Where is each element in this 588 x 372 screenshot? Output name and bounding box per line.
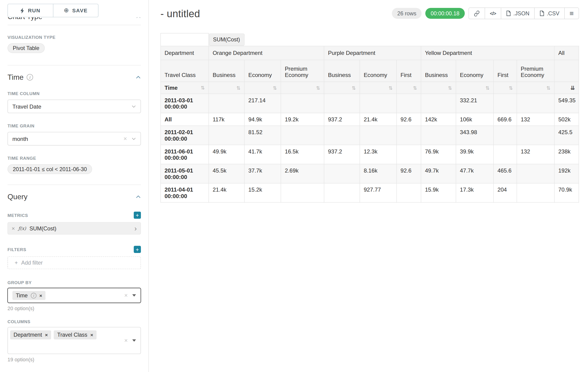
info-icon: i	[31, 293, 36, 298]
pivot-sort-cell: ⇅	[421, 82, 456, 94]
add-filter-plus-button[interactable]: +	[134, 246, 141, 253]
export-json-button[interactable]: .JSON	[501, 7, 535, 19]
sort-icon[interactable]: ⇅	[273, 85, 277, 91]
pivot-axis-label-department: Department	[161, 46, 209, 60]
group-by-tag-label: Time	[16, 292, 28, 298]
remove-tag-icon[interactable]: ×	[45, 332, 48, 338]
remove-metric-icon[interactable]: ×	[12, 225, 15, 231]
menu-button[interactable]: ≡	[564, 7, 579, 19]
clear-icon[interactable]: ×	[123, 136, 127, 142]
metric-item[interactable]: × ƒ(x) SUM(Cost) ›	[7, 222, 141, 234]
control-panel: RUN ⊕ SAVE Chart Type VISUALIZATION TYPE…	[0, 0, 149, 372]
time-grain-select[interactable]: month ×	[7, 132, 141, 145]
columns-select[interactable]: Department × Travel Class × ×	[7, 327, 141, 354]
group-by-tag[interactable]: Time i ×	[12, 291, 46, 300]
pivot-axis-label-travel-class: Travel Class	[161, 60, 209, 82]
sort-desc-icon[interactable]: ⇊	[570, 85, 575, 91]
divider	[7, 185, 141, 185]
sort-icon[interactable]: ⇅	[546, 85, 551, 91]
pivot-subheader: First	[494, 60, 517, 82]
pivot-cell	[517, 126, 555, 145]
columns-tag-label: Department	[13, 332, 42, 338]
time-column-select[interactable]: Travel Date	[7, 99, 141, 113]
pivot-cell: 332.21	[456, 94, 494, 113]
pivot-cell	[494, 126, 517, 145]
pivot-subheader: Economy	[244, 60, 281, 82]
caret-right-icon[interactable]: ›	[134, 225, 137, 232]
pivot-cell	[324, 126, 360, 145]
chevron-down-icon	[132, 137, 136, 141]
run-button[interactable]: RUN	[7, 4, 53, 17]
pivot-cell: 204	[494, 183, 517, 202]
export-csv-button[interactable]: .CSV	[534, 7, 565, 19]
sort-icon[interactable]: ⇅	[448, 85, 452, 91]
time-section-title: Time	[7, 73, 23, 82]
visualization-type-pill[interactable]: Pivot Table	[7, 43, 45, 53]
query-section-title: Query	[7, 192, 27, 201]
pivot-row-label: 2011-04-01 00:00:00	[161, 183, 209, 202]
pivot-sort-cell: ⇅	[244, 82, 281, 94]
export-json-label: .JSON	[513, 10, 529, 16]
pivot-subheader: Economy	[360, 60, 397, 82]
chart-toolbar: 26 rows 00:00:00.18 </> .JSON .	[392, 7, 579, 19]
pivot-cell: 8.16k	[360, 164, 397, 183]
add-filter-button[interactable]: + Add filter	[7, 256, 141, 269]
filters-label: FILTERS	[7, 247, 26, 252]
pivot-cell: 92.6	[397, 164, 421, 183]
pivot-subheader: Business	[324, 60, 360, 82]
pivot-cell: 94.9k	[244, 113, 281, 126]
dropdown-caret-icon[interactable]	[132, 340, 136, 342]
time-range-pill[interactable]: 2011-01-01 ≤ col < 2011-06-30	[7, 164, 92, 174]
time-label-wrap: Time⇅	[165, 85, 205, 91]
sort-icon[interactable]: ⇅	[200, 85, 205, 90]
pivot-cell: 425.5	[554, 126, 579, 145]
pivot-cell	[360, 126, 397, 145]
time-grain-label: TIME GRAIN	[7, 124, 141, 128]
chart-title[interactable]: - untitled	[160, 8, 200, 20]
table-row: All117k94.9k19.2k937.221.4k92.6142k106k6…	[161, 113, 579, 126]
time-label: Time	[165, 85, 178, 91]
pivot-cell	[421, 94, 456, 113]
time-section-header[interactable]: Time i	[7, 73, 141, 82]
add-metric-button[interactable]: +	[134, 212, 141, 219]
pivot-cell	[494, 145, 517, 164]
columns-options-hint: 19 option(s)	[7, 357, 141, 362]
save-button[interactable]: ⊕ SAVE	[53, 4, 99, 17]
pivot-cell: 132	[517, 113, 555, 126]
pivot-cell: 81.52	[244, 126, 281, 145]
pivot-cell: 37.7k	[244, 164, 281, 183]
group-by-select[interactable]: Time i × ×	[7, 288, 141, 303]
run-button-label: RUN	[28, 7, 41, 13]
timer-badge: 00:00:00.18	[425, 8, 465, 19]
pivot-cell: 70.9k	[554, 183, 579, 202]
pivot-cell	[281, 183, 324, 202]
pivot-cell: 47.7k	[456, 164, 494, 183]
pivot-sort-row: Time⇅⇅⇅⇅⇅⇅⇅⇅⇅⇅⇅⇊	[161, 82, 579, 94]
pivot-cell	[421, 126, 456, 145]
sort-icon[interactable]: ⇅	[485, 85, 490, 91]
clear-icon[interactable]: ×	[124, 292, 128, 298]
embed-code-button[interactable]: </>	[484, 7, 501, 19]
sort-icon[interactable]: ⇅	[388, 85, 393, 91]
sort-icon[interactable]: ⇅	[236, 85, 241, 91]
dropdown-caret-icon[interactable]	[132, 294, 136, 297]
clear-icon[interactable]: ×	[124, 338, 128, 344]
copy-link-button[interactable]	[469, 7, 485, 19]
link-icon	[474, 10, 480, 16]
table-row: 2011-03-01 00:00:00217.14332.21549.35	[161, 94, 579, 113]
sort-icon[interactable]: ⇅	[509, 85, 513, 91]
columns-tag[interactable]: Travel Class ×	[54, 330, 97, 340]
sort-icon[interactable]: ⇅	[413, 85, 417, 91]
query-section-header[interactable]: Query	[7, 192, 141, 201]
pivot-cell	[397, 183, 421, 202]
remove-tag-icon[interactable]: ×	[39, 293, 42, 298]
plus-icon: +	[15, 260, 18, 266]
columns-label: COLUMNS	[7, 319, 141, 324]
remove-tag-icon[interactable]: ×	[90, 332, 93, 338]
pivot-cell: 238k	[554, 145, 579, 164]
pivot-sort-cell: ⇅	[456, 82, 494, 94]
columns-tag[interactable]: Department ×	[10, 330, 51, 340]
pivot-subheader	[554, 60, 579, 82]
sort-icon[interactable]: ⇅	[352, 85, 356, 91]
sort-icon[interactable]: ⇅	[316, 85, 320, 91]
